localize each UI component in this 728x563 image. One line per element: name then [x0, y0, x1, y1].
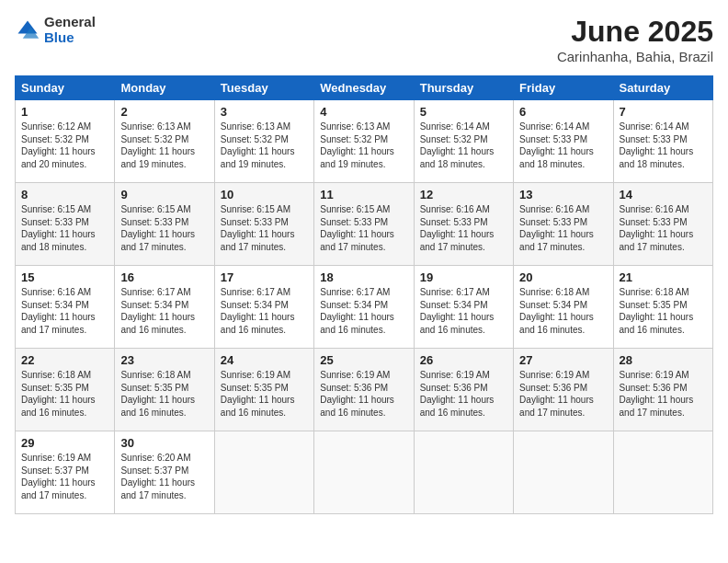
day-info: Sunrise: 6:18 AM Sunset: 5:35 PM Dayligh…	[120, 369, 208, 419]
calendar-cell: 16Sunrise: 6:17 AM Sunset: 5:34 PM Dayli…	[115, 266, 214, 349]
weekday-header-friday: Friday	[514, 76, 613, 100]
calendar-cell: 4Sunrise: 6:13 AM Sunset: 5:32 PM Daylig…	[314, 100, 414, 183]
day-number: 7	[620, 105, 707, 119]
day-info: Sunrise: 6:19 AM Sunset: 5:37 PM Dayligh…	[21, 452, 108, 501]
day-number: 29	[21, 436, 108, 450]
logo-general: General	[44, 15, 96, 30]
day-info: Sunrise: 6:14 AM Sunset: 5:33 PM Dayligh…	[620, 121, 707, 170]
week-row-1: 1Sunrise: 6:12 AM Sunset: 5:32 PM Daylig…	[16, 100, 713, 183]
week-row-5: 29Sunrise: 6:19 AM Sunset: 5:37 PM Dayli…	[16, 431, 713, 514]
day-number: 14	[620, 188, 707, 201]
location-title: Carinhanha, Bahia, Brazil	[557, 49, 713, 64]
day-info: Sunrise: 6:18 AM Sunset: 5:35 PM Dayligh…	[21, 369, 108, 419]
weekday-header-tuesday: Tuesday	[214, 76, 313, 100]
day-number: 25	[320, 353, 407, 367]
day-info: Sunrise: 6:16 AM Sunset: 5:33 PM Dayligh…	[420, 203, 507, 253]
calendar-cell	[214, 431, 313, 514]
calendar-cell: 30Sunrise: 6:20 AM Sunset: 5:37 PM Dayli…	[115, 431, 214, 514]
day-info: Sunrise: 6:19 AM Sunset: 5:36 PM Dayligh…	[420, 369, 507, 419]
day-info: Sunrise: 6:19 AM Sunset: 5:35 PM Dayligh…	[221, 369, 308, 419]
calendar-cell: 7Sunrise: 6:14 AM Sunset: 5:33 PM Daylig…	[613, 100, 712, 183]
weekday-header-thursday: Thursday	[414, 76, 513, 100]
week-row-2: 8Sunrise: 6:15 AM Sunset: 5:33 PM Daylig…	[16, 183, 713, 266]
logo-blue: Blue	[44, 30, 96, 46]
day-number: 10	[221, 188, 308, 201]
title-block: June 2025 Carinhanha, Bahia, Brazil	[557, 15, 713, 64]
week-row-3: 15Sunrise: 6:16 AM Sunset: 5:34 PM Dayli…	[16, 266, 713, 349]
calendar-cell: 24Sunrise: 6:19 AM Sunset: 5:35 PM Dayli…	[214, 349, 313, 431]
day-info: Sunrise: 6:20 AM Sunset: 5:37 PM Dayligh…	[120, 452, 208, 501]
calendar-cell: 12Sunrise: 6:16 AM Sunset: 5:33 PM Dayli…	[414, 183, 513, 266]
day-info: Sunrise: 6:14 AM Sunset: 5:33 PM Dayligh…	[519, 121, 607, 170]
day-number: 23	[120, 353, 208, 367]
page-header: General Blue June 2025 Carinhanha, Bahia…	[15, 15, 713, 64]
day-number: 24	[221, 353, 308, 367]
day-number: 3	[221, 105, 308, 119]
weekday-header-row: SundayMondayTuesdayWednesdayThursdayFrid…	[16, 76, 713, 100]
calendar-cell: 22Sunrise: 6:18 AM Sunset: 5:35 PM Dayli…	[16, 349, 115, 431]
day-info: Sunrise: 6:13 AM Sunset: 5:32 PM Dayligh…	[320, 121, 407, 170]
logo: General Blue	[15, 15, 96, 45]
day-number: 18	[320, 270, 407, 284]
day-info: Sunrise: 6:16 AM Sunset: 5:33 PM Dayligh…	[620, 203, 707, 253]
calendar-cell: 13Sunrise: 6:16 AM Sunset: 5:33 PM Dayli…	[514, 183, 613, 266]
day-number: 19	[420, 270, 507, 284]
day-number: 6	[519, 105, 607, 119]
calendar-cell	[314, 431, 414, 514]
day-info: Sunrise: 6:17 AM Sunset: 5:34 PM Dayligh…	[120, 286, 208, 336]
calendar-cell: 20Sunrise: 6:18 AM Sunset: 5:34 PM Dayli…	[514, 266, 613, 349]
day-number: 12	[420, 188, 507, 201]
calendar-cell: 18Sunrise: 6:17 AM Sunset: 5:34 PM Dayli…	[314, 266, 414, 349]
calendar-cell: 21Sunrise: 6:18 AM Sunset: 5:35 PM Dayli…	[613, 266, 712, 349]
day-number: 28	[620, 353, 707, 367]
calendar-cell: 11Sunrise: 6:15 AM Sunset: 5:33 PM Dayli…	[314, 183, 414, 266]
day-info: Sunrise: 6:19 AM Sunset: 5:36 PM Dayligh…	[320, 369, 407, 419]
day-number: 20	[519, 270, 607, 284]
logo-icon	[15, 17, 40, 43]
day-number: 4	[320, 105, 407, 119]
day-number: 17	[221, 270, 308, 284]
calendar-cell: 6Sunrise: 6:14 AM Sunset: 5:33 PM Daylig…	[514, 100, 613, 183]
day-number: 9	[120, 188, 208, 201]
calendar-cell: 27Sunrise: 6:19 AM Sunset: 5:36 PM Dayli…	[514, 349, 613, 431]
calendar: SundayMondayTuesdayWednesdayThursdayFrid…	[15, 75, 713, 514]
day-info: Sunrise: 6:17 AM Sunset: 5:34 PM Dayligh…	[320, 286, 407, 336]
day-info: Sunrise: 6:13 AM Sunset: 5:32 PM Dayligh…	[221, 121, 308, 170]
day-number: 16	[120, 270, 208, 284]
day-number: 15	[21, 270, 108, 284]
calendar-cell: 28Sunrise: 6:19 AM Sunset: 5:36 PM Dayli…	[613, 349, 712, 431]
day-number: 8	[21, 188, 108, 201]
month-title: June 2025	[557, 15, 713, 49]
calendar-cell	[514, 431, 613, 514]
calendar-cell: 8Sunrise: 6:15 AM Sunset: 5:33 PM Daylig…	[16, 183, 115, 266]
calendar-cell: 9Sunrise: 6:15 AM Sunset: 5:33 PM Daylig…	[115, 183, 214, 266]
calendar-cell	[414, 431, 513, 514]
calendar-cell: 25Sunrise: 6:19 AM Sunset: 5:36 PM Dayli…	[314, 349, 414, 431]
logo-text: General Blue	[44, 15, 96, 45]
weekday-header-monday: Monday	[115, 76, 214, 100]
day-number: 2	[120, 105, 208, 119]
day-info: Sunrise: 6:12 AM Sunset: 5:32 PM Dayligh…	[21, 121, 108, 170]
day-info: Sunrise: 6:18 AM Sunset: 5:34 PM Dayligh…	[519, 286, 607, 336]
day-info: Sunrise: 6:15 AM Sunset: 5:33 PM Dayligh…	[320, 203, 407, 253]
calendar-cell: 23Sunrise: 6:18 AM Sunset: 5:35 PM Dayli…	[115, 349, 214, 431]
day-number: 11	[320, 188, 407, 201]
calendar-cell: 1Sunrise: 6:12 AM Sunset: 5:32 PM Daylig…	[16, 100, 115, 183]
day-info: Sunrise: 6:16 AM Sunset: 5:33 PM Dayligh…	[519, 203, 607, 253]
day-info: Sunrise: 6:15 AM Sunset: 5:33 PM Dayligh…	[120, 203, 208, 253]
day-number: 5	[420, 105, 507, 119]
day-number: 26	[420, 353, 507, 367]
calendar-cell	[613, 431, 712, 514]
day-number: 21	[620, 270, 707, 284]
day-info: Sunrise: 6:17 AM Sunset: 5:34 PM Dayligh…	[221, 286, 308, 336]
day-info: Sunrise: 6:18 AM Sunset: 5:35 PM Dayligh…	[620, 286, 707, 336]
day-number: 1	[21, 105, 108, 119]
calendar-header: SundayMondayTuesdayWednesdayThursdayFrid…	[16, 76, 713, 100]
calendar-body: 1Sunrise: 6:12 AM Sunset: 5:32 PM Daylig…	[16, 100, 713, 514]
day-info: Sunrise: 6:15 AM Sunset: 5:33 PM Dayligh…	[21, 203, 108, 253]
calendar-cell: 3Sunrise: 6:13 AM Sunset: 5:32 PM Daylig…	[214, 100, 313, 183]
calendar-cell: 5Sunrise: 6:14 AM Sunset: 5:32 PM Daylig…	[414, 100, 513, 183]
weekday-header-wednesday: Wednesday	[314, 76, 414, 100]
day-number: 30	[120, 436, 208, 450]
calendar-cell: 29Sunrise: 6:19 AM Sunset: 5:37 PM Dayli…	[16, 431, 115, 514]
